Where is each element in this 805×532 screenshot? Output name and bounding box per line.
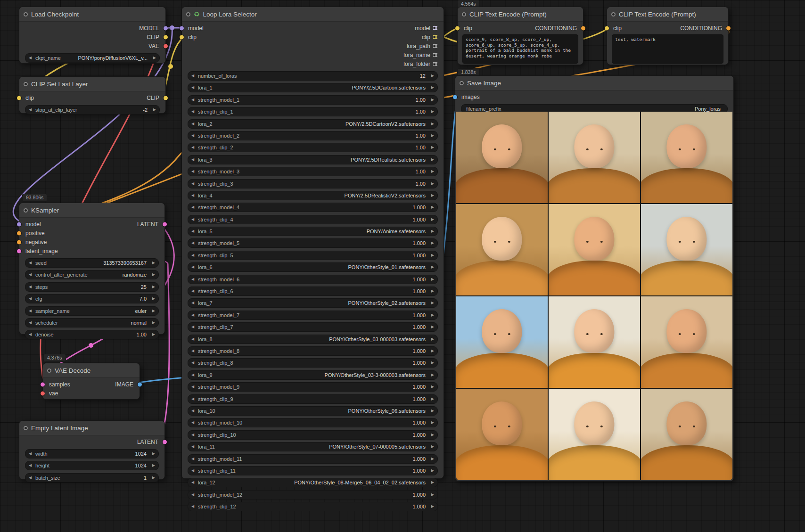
node-titlebar[interactable]: Empty Latent Image [19, 421, 164, 435]
increment-arrow-icon[interactable]: ▶ [429, 229, 434, 233]
increment-arrow-icon[interactable]: ▶ [429, 289, 434, 293]
increment-arrow-icon[interactable]: ▶ [429, 337, 434, 341]
clip-input-port[interactable] [17, 96, 21, 100]
clip-output-port[interactable] [164, 35, 168, 39]
decrement-arrow-icon[interactable]: ◀ [191, 301, 197, 305]
increment-arrow-icon[interactable]: ▶ [150, 261, 155, 265]
decrement-arrow-icon[interactable]: ◀ [29, 56, 34, 60]
increment-arrow-icon[interactable]: ▶ [429, 481, 434, 484]
node-clip-text-encode-negative[interactable]: CLIP Text Encode (Prompt) clip CONDITION… [607, 7, 729, 65]
increment-arrow-icon[interactable]: ▶ [429, 325, 434, 329]
widget-number_of_loras[interactable]: ◀number_of_loras12▶ [188, 71, 438, 81]
widget-lora_7[interactable]: ◀lora_7PONY/OtherStyle_02.safetensors▶ [188, 298, 438, 308]
widget-strength_clip_12[interactable]: ◀strength_clip_121.000▶ [188, 502, 438, 511]
increment-arrow-icon[interactable]: ▶ [150, 273, 155, 277]
increment-arrow-icon[interactable]: ▶ [150, 285, 155, 289]
clip-input-port[interactable] [180, 35, 184, 39]
increment-arrow-icon[interactable]: ▶ [429, 134, 434, 138]
widget-lora_8[interactable]: ◀lora_8PONY/OtherStyle_03-000003.safeten… [188, 335, 438, 344]
increment-arrow-icon[interactable]: ▶ [429, 505, 434, 508]
increment-arrow-icon[interactable]: ▶ [429, 205, 434, 209]
decrement-arrow-icon[interactable]: ◀ [191, 337, 197, 341]
increment-arrow-icon[interactable]: ▶ [150, 321, 155, 325]
clip-output-port[interactable] [164, 96, 168, 100]
widget-strength_model_11[interactable]: ◀strength_model_111.000▶ [188, 454, 438, 464]
increment-arrow-icon[interactable]: ▶ [429, 469, 434, 473]
widget-denoise[interactable]: ◀denoise1.00▶ [25, 330, 159, 339]
increment-arrow-icon[interactable]: ▶ [429, 301, 434, 305]
node-clip-text-encode-positive[interactable]: CLIP Text Encode (Prompt) clip CONDITION… [457, 7, 583, 65]
decrement-arrow-icon[interactable]: ◀ [191, 86, 197, 90]
widget-strength_model_8[interactable]: ◀strength_model_81.000▶ [188, 346, 438, 356]
increment-arrow-icon[interactable]: ▶ [150, 464, 155, 467]
decrement-arrow-icon[interactable]: ◀ [191, 313, 197, 317]
decrement-arrow-icon[interactable]: ◀ [191, 421, 197, 425]
decrement-arrow-icon[interactable]: ◀ [191, 481, 197, 484]
increment-arrow-icon[interactable]: ▶ [429, 409, 434, 413]
collapse-dot-icon[interactable] [186, 12, 190, 16]
decrement-arrow-icon[interactable]: ◀ [191, 409, 197, 413]
increment-arrow-icon[interactable]: ▶ [150, 452, 155, 456]
decrement-arrow-icon[interactable]: ◀ [29, 273, 34, 277]
increment-arrow-icon[interactable]: ▶ [429, 122, 434, 126]
increment-arrow-icon[interactable]: ▶ [429, 361, 434, 365]
image-output-port[interactable] [138, 382, 142, 386]
decrement-arrow-icon[interactable]: ◀ [29, 333, 34, 336]
increment-arrow-icon[interactable]: ▶ [429, 146, 434, 149]
decrement-arrow-icon[interactable]: ◀ [191, 205, 197, 209]
node-titlebar[interactable]: CLIP Set Last Layer [19, 77, 165, 91]
prompt-textarea[interactable]: text, watermark [612, 34, 723, 64]
widget-lora_10[interactable]: ◀lora_10PONY/OtherStyle_06.safetensors▶ [188, 406, 438, 416]
increment-arrow-icon[interactable]: ▶ [429, 313, 434, 317]
node-titlebar[interactable]: ♻ Loop Lora Selector [182, 7, 444, 22]
decrement-arrow-icon[interactable]: ◀ [191, 229, 197, 233]
decrement-arrow-icon[interactable]: ◀ [191, 349, 197, 353]
node-titlebar[interactable]: KSampler [19, 203, 164, 218]
model-input-port[interactable] [180, 26, 184, 30]
node-vae-decode[interactable]: VAE Decode samples IMAGE vae [42, 363, 140, 400]
collapse-dot-icon[interactable] [24, 208, 28, 213]
collapse-dot-icon[interactable] [24, 426, 28, 430]
model-input-port[interactable] [17, 222, 21, 226]
widget-strength_model_10[interactable]: ◀strength_model_101.000▶ [188, 418, 438, 427]
decrement-arrow-icon[interactable]: ◀ [191, 278, 197, 281]
widget-strength_clip_6[interactable]: ◀strength_clip_61.000▶ [188, 286, 438, 296]
reroute-dot[interactable] [89, 343, 93, 348]
widget-lora_5[interactable]: ◀lora_5PONY/Anime.safetensors▶ [188, 227, 438, 236]
node-ksampler[interactable]: KSampler model LATENT positive negative … [19, 203, 165, 335]
increment-arrow-icon[interactable]: ▶ [429, 278, 434, 281]
widget-strength_clip_4[interactable]: ◀strength_clip_41.000▶ [188, 215, 438, 224]
increment-arrow-icon[interactable]: ▶ [429, 74, 434, 78]
decrement-arrow-icon[interactable]: ◀ [191, 122, 197, 126]
widget-strength_model_1[interactable]: ◀strength_model_11.00▶ [188, 95, 438, 105]
decrement-arrow-icon[interactable]: ◀ [191, 218, 197, 221]
widget-steps[interactable]: ◀steps25▶ [25, 282, 159, 292]
increment-arrow-icon[interactable]: ▶ [151, 56, 156, 60]
decrement-arrow-icon[interactable]: ◀ [191, 373, 197, 377]
widget-strength_model_12[interactable]: ◀strength_model_121.000▶ [188, 490, 438, 499]
widget-stop_at_clip_layer[interactable]: ◀stop_at_clip_layer-2▶ [25, 105, 160, 115]
increment-arrow-icon[interactable]: ▶ [150, 297, 155, 301]
node-load-checkpoint[interactable]: Load Checkpoint MODEL CLIP VAE ◀ckpt_nam… [19, 7, 166, 64]
decrement-arrow-icon[interactable]: ◀ [29, 285, 34, 289]
collapse-dot-icon[interactable] [24, 12, 28, 16]
node-clip-set-last-layer[interactable]: CLIP Set Last Layer clip CLIP ◀stop_at_c… [19, 76, 166, 114]
widget-lora_11[interactable]: ◀lora_11PONY/OtherStyle_07-000005.safete… [188, 442, 438, 451]
decrement-arrow-icon[interactable]: ◀ [191, 493, 197, 497]
model-output-grid-icon[interactable] [433, 26, 437, 30]
increment-arrow-icon[interactable]: ▶ [429, 349, 434, 353]
decrement-arrow-icon[interactable]: ◀ [191, 385, 197, 389]
node-titlebar[interactable]: CLIP Text Encode (Prompt) [607, 7, 728, 22]
collapse-dot-icon[interactable] [460, 81, 464, 85]
increment-arrow-icon[interactable]: ▶ [429, 493, 434, 497]
decrement-arrow-icon[interactable]: ◀ [191, 289, 197, 293]
widget-strength_model_9[interactable]: ◀strength_model_91.000▶ [188, 382, 438, 392]
increment-arrow-icon[interactable]: ▶ [150, 309, 155, 313]
node-empty-latent-image[interactable]: Empty Latent Image LATENT ◀width1024▶◀he… [19, 420, 165, 480]
widget-strength_clip_7[interactable]: ◀strength_clip_71.000▶ [188, 322, 438, 332]
positive-input-port[interactable] [17, 231, 21, 235]
clip-input-port[interactable] [455, 26, 460, 30]
decrement-arrow-icon[interactable]: ◀ [191, 170, 197, 173]
widget-batch_size[interactable]: ◀batch_size1▶ [25, 473, 159, 483]
widget-lora_9[interactable]: ◀lora_9PONY/OtherStyle_03-3-000003.safet… [188, 370, 438, 380]
